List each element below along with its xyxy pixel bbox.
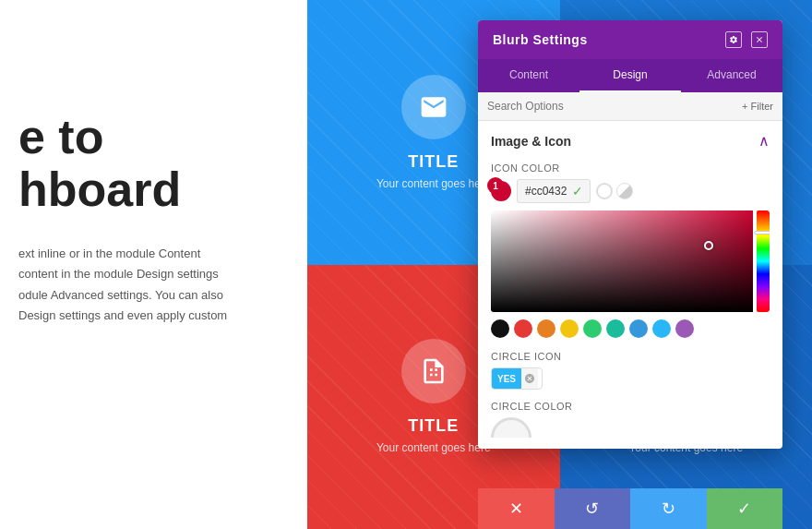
blurb-desc-1: Your content goes here [376,177,491,190]
swatch-light-blue[interactable] [652,319,671,338]
color-check-icon: ✓ [572,184,583,198]
envelope-icon [419,92,448,122]
panel-header: Blurb Settings [478,20,782,59]
search-input[interactable] [487,100,672,113]
swatch-green[interactable] [583,319,602,338]
circle-color-preview [491,417,531,438]
section-collapse-button[interactable]: ∧ [758,132,770,150]
left-content: e to hboard ext inline or in the module … [18,111,304,326]
panel-body: Image & Icon ∧ Icon Color 1 #cc0432 ✓ [478,121,782,449]
icon-color-label: Icon Color [491,162,770,174]
swatch-purple[interactable] [675,319,694,338]
toggle-no-option[interactable] [521,368,538,389]
color-badge-wrapper: 1 [491,181,511,201]
swatch-red[interactable] [514,319,532,338]
circle-icon-label: Circle Icon [491,351,770,362]
hue-bar[interactable] [757,210,770,312]
blurb-title-1: TITLE [408,152,459,172]
settings-icon[interactable] [725,31,742,48]
opacity-swatches [596,183,633,199]
circle-icon-toggle-field: YES [491,367,770,390]
swatch-yellow[interactable] [560,319,579,338]
toggle-yes-option[interactable]: YES [492,368,521,389]
blurb-icon-3 [401,339,466,403]
panel-search-bar: + Filter [478,92,782,121]
hue-cursor[interactable] [754,231,770,234]
color-swatches-row [491,319,770,338]
page-heading: e to hboard [18,111,304,216]
blurb-desc-3: Your content goes here [376,441,491,454]
body-description: ext inline or in the module Content cont… [18,244,304,325]
gradient-main-area[interactable] [491,210,753,312]
close-icon[interactable] [751,31,768,48]
color-order-badge: 1 [487,177,504,194]
image-icon-section-header: Image & Icon ∧ [491,132,770,150]
swatch-black[interactable] [491,319,509,338]
circle-color-label: Circle Color [491,401,770,412]
settings-panel: Blurb Settings Content Design Advanced +… [478,20,782,449]
panel-tabs: Content Design Advanced [478,59,782,92]
cancel-button[interactable]: ✕ [478,488,555,529]
blurb-title-3: TITLE [408,416,459,436]
tab-content[interactable]: Content [478,59,579,92]
tab-design[interactable]: Design [579,59,681,92]
panel-header-controls [725,31,768,48]
section-title: Image & Icon [491,134,571,149]
circle-icon-toggle[interactable]: YES [491,367,543,390]
confirm-button[interactable]: ✓ [707,488,783,529]
redo-button[interactable]: ↻ [630,488,707,529]
panel-title: Blurb Settings [493,32,588,47]
undo-button[interactable]: ↺ [555,488,631,529]
color-gradient[interactable] [491,210,770,312]
transparent-swatch[interactable] [616,183,633,199]
circle-preview-shape [491,417,531,438]
action-bar: ✕ ↺ ↻ ✓ [478,488,782,529]
swatch-orange[interactable] [537,319,555,338]
hex-input-field[interactable]: #cc0432 ✓ [517,179,591,203]
color-input-row: 1 #cc0432 ✓ [491,179,770,203]
tab-advanced[interactable]: Advanced [681,59,782,92]
blurb-icon-1 [401,75,466,139]
document-icon [419,356,448,386]
color-picker-container [491,210,770,312]
filter-button[interactable]: + Filter [742,101,773,112]
swatch-blue[interactable] [629,319,648,338]
gradient-cursor[interactable] [704,241,713,250]
white-swatch[interactable] [596,183,613,199]
swatch-teal[interactable] [606,319,625,338]
